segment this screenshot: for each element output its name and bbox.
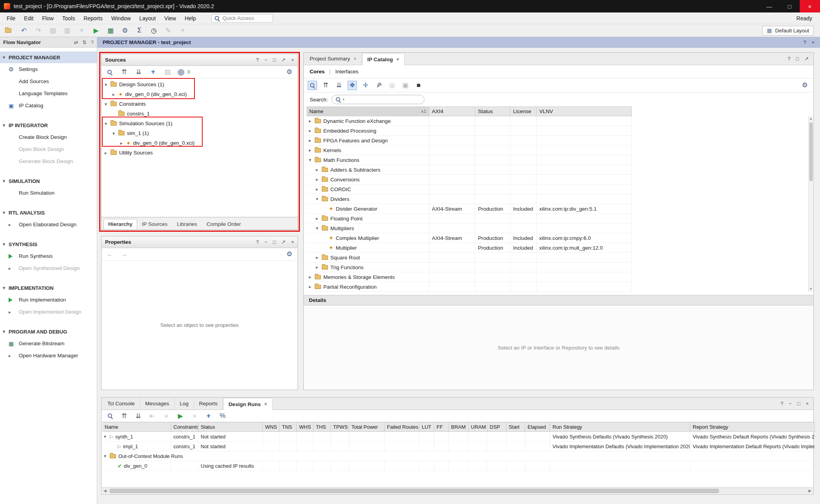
column-header-status[interactable]: Status [475,106,510,116]
layout-selector[interactable]: ▦ Default Layout [762,26,814,35]
column-header-start[interactable]: Start [506,422,525,432]
close-icon[interactable]: × [291,239,294,245]
launch-run-icon[interactable]: ▶ [176,411,185,421]
help-icon[interactable]: ? [256,57,259,63]
settings-gear-icon[interactable]: ⚙ [285,67,294,77]
disabled-circle-icon[interactable]: ◎ [387,81,397,90]
settings-gear-icon[interactable]: ⚙ [120,26,130,35]
column-header-failed-routes[interactable]: Failed Routes [385,422,419,432]
column-header-tpws[interactable]: TPWS [331,422,349,432]
ip-row-partial-reconfiguration[interactable]: ▸Partial Reconfiguration [307,282,632,292]
help-icon[interactable]: ? [803,39,806,45]
column-header-status[interactable]: Status [198,422,263,432]
step-back-icon[interactable]: « [162,411,171,421]
menu-window[interactable]: Window [107,15,135,21]
column-header-lut[interactable]: LUT [419,422,434,432]
settings-gear-icon[interactable]: ⚙ [800,81,809,90]
sources-tab-compile-order[interactable]: Compile Order [202,219,246,229]
flow-item-open-hardware-manager[interactable]: ▸Open Hardware Manager [0,350,97,362]
flow-item-generate-block-design[interactable]: Generate Block Design [0,155,97,167]
column-header-license[interactable]: License [510,106,537,116]
ip-row-math-functions[interactable]: ▾Math Functions [307,155,632,165]
message-count-badge[interactable]: ⬤0 [177,67,190,77]
ip-row-floating-point[interactable]: ▸Floating Point [307,214,632,224]
group-by-taxonomy-icon[interactable]: ❖ [348,81,357,90]
scroll-right-icon[interactable]: ▶ [807,489,813,493]
ip-row-cordic[interactable]: ▸CORDIC [307,185,632,194]
menu-layout[interactable]: Layout [135,15,160,21]
sources-tree-item-utility-sources[interactable]: ▸Utility Sources [102,148,298,158]
flow-section-header-synthesis[interactable]: ▾SYNTHESIS [0,238,97,250]
ip-row-square-root[interactable]: ▸Square Root [307,253,632,263]
sources-tab-ip-sources[interactable]: IP Sources [137,219,172,229]
quick-access-search[interactable]: Quick Access [211,14,273,23]
column-header-vlnv[interactable]: VLNV [537,106,632,116]
paste-icon[interactable]: ▥ [62,26,72,35]
document-tab-ip-catalog[interactable]: IP Catalog× [362,53,405,65]
menu-file[interactable]: File [2,15,20,21]
ip-row-dynamic-function-exchange[interactable]: ▸Dynamic Function eXchange [307,116,632,126]
column-header-whs[interactable]: WHS [297,422,314,432]
flow-item-open-elaborated-design[interactable]: ▸Open Elaborated Design [0,218,97,231]
minimize-icon[interactable]: − [264,57,267,63]
flow-section-header-simulation[interactable]: ▾SIMULATION [0,175,97,187]
expand-all-icon[interactable]: ⇊ [134,67,143,77]
back-icon[interactable]: ← [105,250,114,259]
minimize-icon[interactable]: − [789,401,792,406]
help-icon[interactable]: ? [781,401,783,406]
scrollbar-thumb[interactable] [110,489,719,493]
run-row-impl-1[interactable]: ▷impl_1constrs_1Not startedVivado Implem… [102,442,815,451]
flow-item-run-implementation[interactable]: Run Implementation [0,294,97,306]
scroll-down-icon[interactable]: ▼ [809,286,813,292]
create-run-icon[interactable]: + [204,411,213,421]
maximize-button[interactable]: □ [779,0,800,12]
go-to-first-icon[interactable]: ⇤ [148,411,157,421]
sources-tab-libraries[interactable]: Libraries [172,219,202,229]
scrollbar-thumb[interactable] [809,122,813,181]
menu-edit[interactable]: Edit [20,15,38,21]
column-header-axi4[interactable]: AXI4 [429,106,475,116]
float-icon[interactable]: □ [796,56,799,62]
add-sources-icon[interactable]: + [148,67,158,77]
help-icon[interactable]: ? [788,56,790,62]
run-row-synth-1[interactable]: ▾▷synth_1constrs_1Not startedVivado Synt… [102,432,815,442]
flow-item-open-block-design[interactable]: Open Block Design [0,143,97,155]
bottom-tab-tcl-console[interactable]: Tcl Console [102,398,140,410]
sources-tree-item-constrs-1[interactable]: constrs_1 [102,109,298,119]
horizontal-scrollbar[interactable]: ◀ ▶ [102,487,813,494]
maximize-icon[interactable]: ↗ [282,57,286,63]
flow-item-create-block-design[interactable]: Create Block Design [0,131,97,143]
float-icon[interactable]: □ [797,401,800,406]
close-button[interactable]: × [800,0,820,12]
flow-item-run-synthesis[interactable]: Run Synthesis [0,250,97,262]
flow-item-add-sources[interactable]: Add Sources [0,75,97,87]
program-device-icon[interactable]: ▦ [106,26,115,35]
float-icon[interactable]: □ [273,239,276,245]
help-icon[interactable]: ? [256,239,259,245]
customize-ip-icon[interactable] [374,81,383,90]
close-icon[interactable]: × [291,57,294,63]
close-icon[interactable]: × [806,401,809,406]
edit-icon[interactable]: ✎ [164,26,173,35]
bottom-tab-design-runs[interactable]: Design Runs× [223,398,273,410]
sources-tree-item-simulation-sources-1[interactable]: ▾Simulation Sources (1) [102,119,298,128]
run-row-div-gen-0[interactable]: ✔div_gen_0Using cached IP results [102,461,815,471]
step-forward-icon[interactable]: » [190,411,199,421]
cancel-icon[interactable]: × [178,26,187,35]
close-icon[interactable]: × [354,56,357,62]
flow-section-header-implementation[interactable]: ▾IMPLEMENTATION [0,282,97,294]
menu-flow[interactable]: Flow [38,15,58,21]
maximize-icon[interactable]: ↗ [282,239,286,245]
bottom-tab-reports[interactable]: Reports [194,398,223,410]
flow-section-header-rtl-analysis[interactable]: ▾RTL ANALYSIS [0,207,97,218]
minimize-icon[interactable]: − [264,239,267,245]
column-header-tns[interactable]: TNS [280,422,297,432]
sources-tree-item-sim-1-1[interactable]: ▾sim_1 (1) [102,128,298,138]
maximize-icon[interactable]: ↗ [804,56,809,62]
scroll-up-icon[interactable]: ▲ [809,116,813,122]
ip-row-complex-multiplier[interactable]: ✦Complex MultiplierAXI4-StreamProduction… [307,233,632,243]
flow-item-ip-catalog[interactable]: ▣IP Catalog [0,99,97,112]
timer-icon[interactable]: ◷ [149,26,159,35]
sources-tree-item-constraints[interactable]: ▾Constraints [102,99,298,109]
menu-view[interactable]: View [160,15,180,21]
